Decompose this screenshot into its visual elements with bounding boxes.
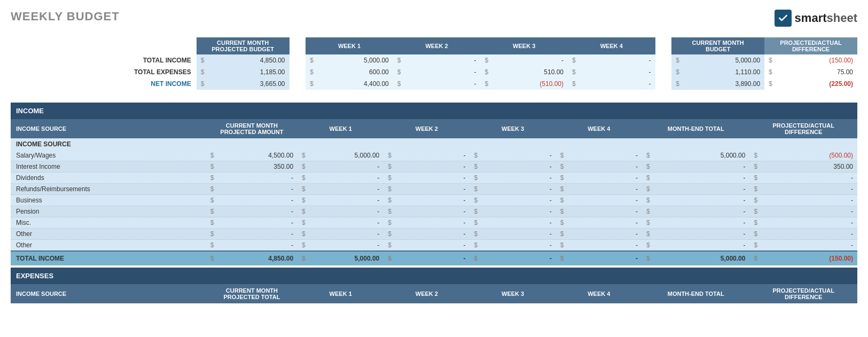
income-data-row: Other$ -$ -$ -$ -$ -$ -$ - xyxy=(11,240,857,252)
value-cell: $ - xyxy=(568,78,655,90)
value-cell: $ - xyxy=(206,206,298,217)
expenses-col-week3: WEEK 3 xyxy=(470,284,556,303)
value-cell: $ - xyxy=(642,206,750,217)
logo-text: smartsheet xyxy=(795,11,857,25)
value-cell: $ - xyxy=(206,217,298,229)
value-cell: $ - xyxy=(384,150,470,161)
value-cell: $5,000.00 xyxy=(642,251,750,265)
value-cell: $510.00 xyxy=(480,66,568,78)
logo-icon xyxy=(775,10,792,27)
income-source-cell: Refunds/Reimbursements xyxy=(11,184,206,195)
value-cell: $ - xyxy=(470,195,556,206)
expenses-col-week2: WEEK 2 xyxy=(384,284,470,303)
value-cell: $ - xyxy=(393,66,481,78)
value-cell: $3,665.00 xyxy=(197,78,290,90)
value-cell: $ - xyxy=(749,173,857,184)
value-cell: $ - xyxy=(470,184,556,195)
income-data-row: Salary/Wages$4,500.00$5,000.00$ -$ -$ -$… xyxy=(11,150,857,161)
summary-row-label: NET INCOME xyxy=(11,78,197,90)
income-total-row: TOTAL INCOME$4,850.00$5,000.00$ -$ -$ -$… xyxy=(11,251,857,265)
value-cell: $ - xyxy=(556,217,642,229)
value-cell: $350.00 xyxy=(206,161,298,173)
col-week4-header: WEEK 4 xyxy=(556,119,642,138)
income-source-cell: Business xyxy=(11,195,206,206)
value-cell: $ - xyxy=(298,195,384,206)
summary-col-week4: WEEK 4 xyxy=(568,37,655,54)
income-data-row: Interest Income$350.00$ -$ -$ -$ -$ -$35… xyxy=(11,161,857,173)
value-cell: $ - xyxy=(384,206,470,217)
value-cell: $ - xyxy=(749,217,857,229)
value-cell: $ - xyxy=(298,217,384,229)
value-cell: $ - xyxy=(642,161,750,173)
summary-col-projected: CURRENT MONTHPROJECTED BUDGET xyxy=(197,37,290,54)
income-table: INCOME INCOME SOURCE CURRENT MONTHPROJEC… xyxy=(11,103,857,265)
value-cell: $ - xyxy=(749,184,857,195)
value-cell: $1,110.00 xyxy=(671,66,764,78)
income-data-row: Business$ -$ -$ -$ -$ -$ -$ - xyxy=(11,195,857,206)
value-cell: $ - xyxy=(393,54,481,66)
summary-row-label: TOTAL INCOME xyxy=(11,54,197,66)
value-cell: $(500.00) xyxy=(749,150,857,161)
value-cell: $ - xyxy=(568,66,655,78)
value-cell: $1,185.00 xyxy=(197,66,290,78)
value-cell: $ - xyxy=(642,184,750,195)
income-data-row: Other$ -$ -$ -$ -$ -$ -$ - xyxy=(11,229,857,240)
summary-col-week2: WEEK 2 xyxy=(393,37,481,54)
col-source-header: INCOME SOURCE xyxy=(11,119,206,138)
value-cell: $ - xyxy=(749,195,857,206)
value-cell: $(225.00) xyxy=(764,78,857,90)
summary-row: TOTAL INCOME$4,850.00$5,000.00$ -$ -$ -$… xyxy=(11,54,857,66)
value-cell: $350.00 xyxy=(749,161,857,173)
page: WEEKLY BUDGET smartsheet xyxy=(0,0,868,315)
value-cell: $ - xyxy=(642,173,750,184)
income-source-section-label: INCOME SOURCE xyxy=(11,138,857,150)
income-section-label: INCOME xyxy=(11,103,857,119)
summary-section: CURRENT MONTHPROJECTED BUDGET WEEK 1 WEE… xyxy=(11,37,857,90)
value-cell: $ - xyxy=(384,173,470,184)
value-cell: $ - xyxy=(298,184,384,195)
value-cell: $ - xyxy=(384,229,470,240)
col-projected-header: CURRENT MONTHPROJECTED AMOUNT xyxy=(206,119,298,138)
summary-table: CURRENT MONTHPROJECTED BUDGET WEEK 1 WEE… xyxy=(11,37,857,90)
value-cell: $600.00 xyxy=(306,66,393,78)
expenses-col-total: MONTH-END TOTAL xyxy=(642,284,750,303)
value-cell: $ - xyxy=(470,173,556,184)
expenses-col-week1: WEEK 1 xyxy=(298,284,384,303)
income-source-cell: Pension xyxy=(11,206,206,217)
value-cell: $ - xyxy=(642,240,750,252)
expenses-col-headers: INCOME SOURCE CURRENT MONTHPROJECTED TOT… xyxy=(11,284,857,303)
income-source-cell: Misc. xyxy=(11,217,206,229)
value-cell: $ - xyxy=(298,206,384,217)
income-source-cell: Salary/Wages xyxy=(11,150,206,161)
value-cell: $ - xyxy=(749,240,857,252)
value-cell: $ - xyxy=(556,195,642,206)
col-diff-header: PROJECTED/ACTUALDIFFERENCE xyxy=(749,119,857,138)
summary-col-budget: CURRENT MONTHBUDGET xyxy=(671,37,764,54)
value-cell: $ - xyxy=(384,217,470,229)
value-cell: $ - xyxy=(206,195,298,206)
income-source-cell: Other xyxy=(11,229,206,240)
value-cell: $ - xyxy=(556,150,642,161)
value-cell: $4,400.00 xyxy=(306,78,393,90)
value-cell: $ - xyxy=(384,161,470,173)
value-cell: $5,000.00 xyxy=(298,251,384,265)
value-cell: $ - xyxy=(642,229,750,240)
col-week1-header: WEEK 1 xyxy=(298,119,384,138)
page-title: WEEKLY BUDGET xyxy=(11,10,120,23)
expenses-table: EXPENSES INCOME SOURCE CURRENT MONTHPROJ… xyxy=(11,268,857,303)
value-cell: $ - xyxy=(206,229,298,240)
expenses-col-source: INCOME SOURCE xyxy=(11,284,206,303)
value-cell: $ - xyxy=(556,229,642,240)
income-data-row: Dividends$ -$ -$ -$ -$ -$ -$ - xyxy=(11,173,857,184)
income-total-label: TOTAL INCOME xyxy=(11,251,206,265)
value-cell: $ - xyxy=(470,240,556,252)
income-header-row: INCOME xyxy=(11,103,857,119)
value-cell: $ - xyxy=(298,173,384,184)
value-cell: $ - xyxy=(384,240,470,252)
value-cell: $(510.00) xyxy=(480,78,568,90)
value-cell: $ - xyxy=(556,251,642,265)
summary-col-week3: WEEK 3 xyxy=(480,37,568,54)
expenses-section-label: EXPENSES xyxy=(11,268,857,284)
income-source-cell: Other xyxy=(11,240,206,252)
value-cell: $ - xyxy=(749,206,857,217)
